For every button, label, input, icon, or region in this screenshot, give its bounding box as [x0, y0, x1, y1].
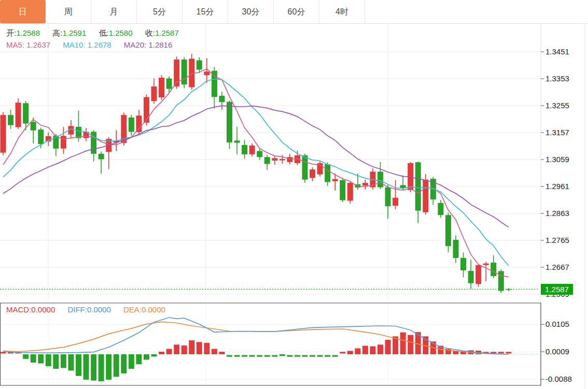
candle-body	[362, 183, 368, 185]
macd-bar	[279, 354, 285, 356]
chart-canvas[interactable]: 1.34511.33531.32551.31571.30591.29611.28…	[0, 0, 588, 389]
ma5-line	[3, 69, 509, 277]
macd-bar	[106, 354, 111, 380]
macd-tick-label: 0.0009	[545, 347, 569, 356]
candle-body	[468, 271, 474, 283]
macd-bar	[264, 355, 270, 357]
macd-bar	[400, 333, 406, 354]
tab-day[interactable]: 日	[0, 0, 46, 23]
macd-bar	[151, 354, 157, 356]
price-tick-label: 1.2961	[545, 182, 569, 191]
macd-bar	[61, 354, 66, 368]
macd-bar	[174, 344, 179, 354]
candle-body	[234, 140, 240, 142]
candle-body	[99, 154, 104, 160]
macd-bar	[197, 342, 202, 354]
macd-bar	[38, 354, 44, 364]
price-tick-label: 1.3255	[545, 101, 569, 110]
tab-15min[interactable]: 15分	[183, 0, 228, 23]
candle-body	[438, 203, 443, 215]
tab-month[interactable]: 月	[91, 0, 137, 23]
price-tick-label: 1.3059	[545, 155, 569, 164]
candle-body	[332, 179, 338, 181]
macd-bar	[53, 354, 59, 369]
candle-body	[385, 188, 391, 207]
macd-bar	[287, 355, 292, 357]
candle-body	[264, 157, 270, 164]
candle-body	[453, 240, 459, 258]
macd-bar	[91, 354, 96, 381]
tab-30min[interactable]: 30分	[228, 0, 274, 23]
candle-body	[144, 97, 149, 123]
macd-bar	[295, 355, 300, 357]
candle-body	[279, 159, 285, 161]
candlestick-layer	[1, 54, 512, 293]
macd-bar	[204, 343, 209, 354]
timeframe-tabbar: 日 周 月 5分 15分 30分 60分 4时	[0, 0, 588, 24]
macd-bar	[325, 355, 330, 357]
candle-body	[159, 78, 164, 97]
candle-body	[23, 103, 29, 123]
macd-bar	[355, 348, 360, 354]
candle-body	[445, 215, 451, 246]
tab-60min[interactable]: 60分	[274, 0, 319, 23]
candle-body	[340, 180, 345, 200]
macd-bar	[76, 354, 81, 376]
macd-bar	[347, 351, 353, 354]
candle-body	[166, 78, 172, 89]
candle-body	[347, 183, 353, 200]
candle-body	[325, 164, 330, 182]
candle-body	[181, 60, 187, 84]
tab-4hour[interactable]: 4时	[319, 0, 365, 23]
candle-body	[423, 180, 428, 212]
candle-body	[8, 115, 13, 125]
macd-bar	[453, 351, 459, 354]
candle-body	[249, 146, 255, 154]
candle-body	[61, 136, 66, 148]
macd-bar	[506, 352, 511, 353]
candle-body	[498, 271, 504, 291]
macd-bar	[99, 354, 104, 381]
macd-bar	[219, 352, 225, 354]
candle-body	[204, 71, 209, 75]
candle-body	[151, 87, 157, 101]
macd-bar	[212, 349, 217, 354]
candle-body	[242, 145, 247, 154]
candle-body	[460, 258, 466, 270]
candle-body	[393, 198, 398, 206]
macd-bar	[46, 354, 51, 366]
macd-axis-labels: 0.01050.0009-0.0088	[541, 320, 572, 383]
current-price-tag: 1.2587	[541, 284, 573, 295]
macd-bar	[385, 340, 391, 354]
price-axis-labels: 1.34511.33531.32551.31571.30591.29611.28…	[541, 47, 569, 298]
macd-bar	[121, 354, 127, 373]
macd-bar	[189, 340, 194, 354]
candle-body	[506, 289, 511, 290]
candle-body	[136, 116, 142, 132]
macd-bar	[144, 354, 149, 359]
candle-body	[31, 122, 36, 130]
macd-bar	[129, 354, 134, 369]
tab-week[interactable]: 周	[46, 0, 91, 23]
macd-bar	[83, 354, 89, 380]
macd-bar	[114, 354, 119, 377]
macd-bar	[31, 354, 36, 363]
tab-5min[interactable]: 5分	[137, 0, 183, 23]
macd-bar	[370, 347, 375, 354]
macd-tick-label: 0.0105	[545, 320, 569, 328]
macd-bar	[166, 349, 172, 354]
macd-bar	[23, 354, 29, 359]
macd-histogram	[1, 332, 512, 381]
candle-body	[16, 103, 21, 127]
macd-bar	[310, 355, 315, 357]
candle-body	[272, 158, 277, 161]
macd-bar	[227, 355, 232, 357]
macd-bar	[377, 344, 383, 354]
price-tick-label: 1.2863	[545, 209, 569, 218]
price-tick-label: 1.2667	[545, 263, 569, 271]
macd-bar	[362, 346, 368, 355]
price-tick-label: 1.3451	[545, 47, 569, 56]
macd-bar	[159, 352, 164, 354]
candle-body	[227, 102, 232, 143]
candle-body	[302, 155, 308, 180]
